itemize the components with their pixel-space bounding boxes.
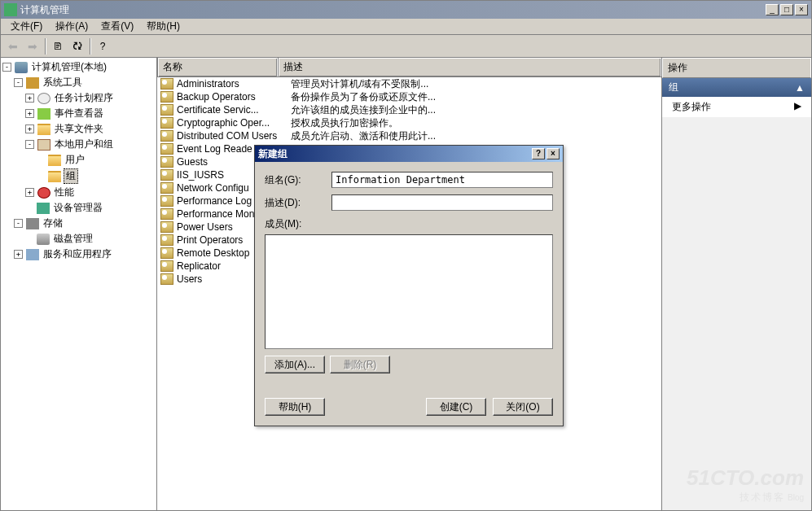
tree-local-users-groups[interactable]: - 本地用户和组 [2, 137, 155, 152]
list-row[interactable]: Administrators管理员对计算机/域有不受限制... [157, 77, 661, 90]
description-input[interactable] [331, 194, 553, 211]
tree-performance[interactable]: + 性能 [2, 185, 155, 200]
add-button[interactable]: 添加(A)... [265, 356, 325, 373]
tree-root[interactable]: - 计算机管理(本地) [2, 59, 155, 75]
dialog-close-button[interactable]: × [546, 148, 560, 159]
actions-more[interactable]: 更多操作 ▶ [662, 97, 811, 117]
tree-label: 事件查看器 [53, 107, 105, 120]
menubar: 文件(F) 操作(A) 查看(V) 帮助(H) [1, 19, 811, 35]
menu-view[interactable]: 查看(V) [94, 18, 140, 35]
create-button[interactable]: 创建(C) [426, 398, 486, 416]
members-label: 成员(M): [265, 217, 331, 231]
menu-file[interactable]: 文件(F) [4, 18, 49, 35]
watermark-small: 技术博客 [740, 491, 785, 503]
new-group-dialog: 新建组 ? × 组名(G): 描述(D): 成员(M): 添加(A)... 删除… [254, 145, 564, 426]
row-name: Administrators [177, 78, 291, 90]
close-button[interactable]: 关闭(O) [493, 398, 553, 416]
minimize-button[interactable]: _ [766, 4, 779, 15]
tree-device-manager[interactable]: 设备管理器 [2, 200, 155, 216]
tree-services-apps[interactable]: + 服务和应用程序 [2, 247, 155, 262]
remove-button[interactable]: 删除(R) [330, 356, 390, 373]
tree-disk-management[interactable]: 磁盘管理 [2, 231, 155, 247]
back-arrow-icon: ⬅ [8, 40, 18, 53]
tree-toggle-icon[interactable]: - [2, 63, 11, 72]
column-desc[interactable]: 描述 [278, 58, 661, 76]
tree-toggle-icon[interactable]: + [25, 124, 34, 133]
toolbar-separator [45, 38, 46, 55]
window-controls: _ □ × [766, 4, 808, 15]
group-icon [160, 260, 173, 272]
tree-label: 性能 [53, 186, 76, 199]
actions-more-label: 更多操作 [672, 100, 711, 114]
tool-refresh-button[interactable]: 🗘 [68, 37, 86, 55]
group-icon [160, 208, 173, 220]
dialog-footer: 帮助(H) 创建(C) 关闭(O) [255, 390, 563, 426]
dialog-help-button[interactable]: ? [532, 148, 545, 159]
group-icon [160, 182, 173, 194]
nav-back-button[interactable]: ⬅ [4, 37, 22, 55]
tree-toggle-icon[interactable]: + [25, 188, 34, 197]
actions-header: 操作 [662, 58, 811, 78]
group-icon [160, 117, 173, 129]
tree-label: 任务计划程序 [53, 91, 115, 105]
menu-help[interactable]: 帮助(H) [140, 18, 187, 35]
list-row[interactable]: Distributed COM Users成员允许启动、激活和使用此计... [157, 129, 661, 142]
tree-label: 磁盘管理 [52, 232, 94, 246]
actions-section-label: 组 [669, 81, 678, 94]
member-buttons: 添加(A)... 删除(R) [265, 356, 553, 373]
tree-label: 系统工具 [42, 76, 84, 90]
maximize-button[interactable]: □ [780, 4, 793, 15]
help-button[interactable]: 帮助(H) [265, 398, 325, 416]
actions-section[interactable]: 组 ▲ [662, 78, 811, 97]
group-icon [160, 221, 173, 233]
dialog-footer-right: 创建(C) 关闭(O) [426, 398, 553, 416]
tree-system-tools[interactable]: - 系统工具 [2, 75, 155, 90]
tree-toggle-icon[interactable]: - [14, 219, 23, 228]
list-row[interactable]: Cryptographic Oper...授权成员执行加密操作。 [157, 116, 661, 129]
description-label: 描述(D): [265, 196, 331, 210]
tree-label-selected: 组 [64, 168, 78, 184]
tree-toggle-icon[interactable]: - [14, 78, 23, 87]
tree-groups[interactable]: 组 [2, 168, 155, 185]
tree-label: 存储 [42, 216, 64, 230]
list-row[interactable]: Backup Operators备份操作员为了备份或还原文件... [157, 90, 661, 103]
tree-toggle-icon[interactable]: - [25, 140, 34, 149]
toolbar: ⬅ ➡ 🖹 🗘 ? [1, 35, 811, 58]
tool-help-button[interactable]: ? [94, 37, 112, 55]
tree-toggle-icon[interactable]: + [25, 109, 34, 118]
device-icon [37, 203, 50, 214]
tree-label: 本地用户和组 [53, 138, 115, 151]
column-name[interactable]: 名称 [157, 58, 278, 76]
group-icon [160, 247, 173, 259]
tree-storage[interactable]: - 存储 [2, 216, 155, 231]
row-desc: 允许该组的成员连接到企业中的... [291, 103, 658, 117]
users-group-icon [37, 139, 50, 151]
titlebar: 计算机管理 _ □ × [1, 1, 811, 19]
group-icon [160, 104, 173, 116]
tree-shared-folders[interactable]: + 共享文件夹 [2, 121, 155, 137]
tree-panel: - 计算机管理(本地) - 系统工具 + 任务计划程序 + 事件查看器 [1, 58, 157, 510]
list-row[interactable]: Certificate Servic...允许该组的成员连接到企业中的... [157, 103, 661, 116]
action-icon: 🖹 [53, 41, 63, 52]
nav-forward-button[interactable]: ➡ [24, 37, 42, 55]
app-icon [4, 3, 17, 16]
window-close-button[interactable]: × [795, 4, 808, 15]
members-listbox[interactable] [265, 234, 553, 349]
collapse-arrow-icon: ▲ [795, 82, 805, 94]
dialog-titlebar[interactable]: 新建组 ? × [255, 146, 563, 162]
tree-toggle-icon[interactable]: + [14, 250, 23, 259]
tool-action-button[interactable]: 🖹 [49, 37, 67, 55]
tree-task-scheduler[interactable]: + 任务计划程序 [2, 90, 155, 106]
services-icon [26, 249, 39, 260]
folder-icon [48, 155, 61, 166]
expand-arrow-icon: ▶ [794, 100, 801, 114]
scheduler-icon [37, 93, 50, 104]
group-name-input[interactable] [331, 172, 553, 188]
menu-action[interactable]: 操作(A) [49, 18, 94, 35]
row-desc: 授权成员执行加密操作。 [291, 116, 658, 130]
tree-event-viewer[interactable]: + 事件查看器 [2, 106, 155, 121]
tree-users[interactable]: 用户 [2, 152, 155, 168]
storage-icon [26, 218, 39, 229]
tree-toggle-icon[interactable]: + [25, 94, 34, 103]
tree-label: 共享文件夹 [53, 122, 105, 136]
